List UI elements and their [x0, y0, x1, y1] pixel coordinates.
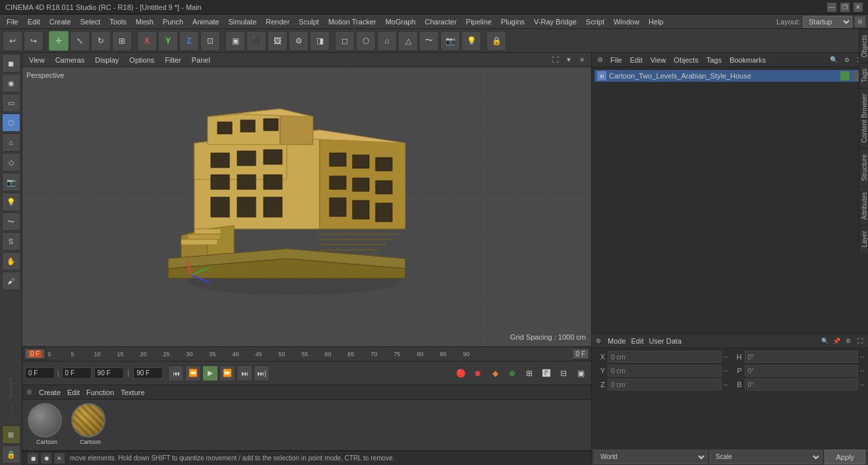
attr-menu-edit[interactable]: Edit [631, 337, 644, 345]
menu-sculpt[interactable]: Sculpt [295, 16, 323, 27]
menu-help[interactable]: Help [645, 16, 668, 27]
objects-settings-icon[interactable]: ⚙ [842, 55, 852, 65]
polygon-button[interactable]: △ [398, 31, 418, 51]
viewport-expand-icon[interactable]: ⛶ [550, 55, 561, 65]
preview-start-input[interactable] [133, 367, 163, 379]
lt-cube-button[interactable]: ◼ [2, 54, 20, 73]
attr-b-rot-input[interactable] [745, 379, 859, 390]
layout-settings-icon[interactable]: ⚙ [855, 16, 865, 27]
menu-mograph[interactable]: MoGraph [382, 16, 420, 27]
vp-menu-options[interactable]: Options [127, 55, 157, 65]
go-to-last-button[interactable]: ⏭| [254, 365, 270, 381]
scale-tool-button[interactable]: ⤡ [70, 31, 90, 51]
minimize-button[interactable]: — [827, 3, 836, 12]
material-item-1[interactable]: Cartoon [71, 403, 109, 448]
lt-lock-button[interactable]: 🔒 [2, 445, 20, 464]
lt-spline-button[interactable]: 〜 [2, 212, 20, 231]
attr-h-rot-input[interactable] [745, 351, 859, 363]
mat-menu-edit[interactable]: Edit [67, 388, 80, 396]
tab-attributes[interactable]: Attributes [859, 186, 868, 225]
menu-script[interactable]: Script [582, 16, 608, 27]
attr-settings-icon[interactable]: ⚙ [843, 336, 854, 346]
material-item-0[interactable]: Cartoon [28, 403, 66, 448]
menu-edit[interactable]: Edit [24, 16, 44, 27]
menu-punch[interactable]: Punch [159, 16, 187, 27]
menu-vray[interactable]: V-Ray Bridge [530, 16, 581, 27]
viewport-canvas[interactable]: Perspective [22, 67, 591, 346]
objects-menu-view[interactable]: View [648, 55, 669, 65]
render-settings-button[interactable]: ⚙ [289, 31, 308, 51]
undo-button[interactable]: ↩ [3, 31, 22, 51]
render-picture-button[interactable]: 🖼 [268, 31, 287, 51]
frame-icon-pb[interactable]: ▣ [573, 365, 589, 381]
attr-menu-mode[interactable]: Mode [608, 337, 626, 345]
menu-animate[interactable]: Animate [188, 16, 223, 27]
attr-p-rot-input[interactable] [745, 365, 859, 377]
auto-keyframe-button[interactable]: ⏺ [470, 365, 486, 381]
render-region-button[interactable]: ▣ [225, 31, 245, 51]
lt-sculpt-button[interactable]: ✋ [2, 252, 20, 270]
go-to-end-button[interactable]: ⏭ [237, 365, 252, 381]
coord-system-dropdown[interactable]: World Local [594, 450, 707, 464]
redo-button[interactable]: ↪ [24, 31, 43, 51]
objects-menu-objects[interactable]: Objects [671, 55, 701, 65]
close-button[interactable]: ✕ [854, 3, 863, 12]
apply-button[interactable]: Apply [825, 450, 865, 464]
attr-menu-userdata[interactable]: User Data [649, 337, 682, 345]
objects-search-icon[interactable]: 🔍 [828, 55, 839, 65]
vp-menu-view[interactable]: View [26, 55, 47, 65]
objects-menu-tags[interactable]: Tags [704, 55, 724, 65]
keyframe-button[interactable]: ◆ [487, 365, 503, 381]
step-back-button[interactable]: ⏪ [185, 365, 201, 381]
vp-menu-display[interactable]: Display [92, 55, 121, 65]
go-to-start-button[interactable]: ⏮ [168, 365, 184, 381]
attr-x-arrow[interactable]: ↔ [723, 354, 729, 360]
status-record-icon[interactable]: ⏺ [41, 453, 51, 464]
snap-enable-button[interactable]: 🔒 [486, 31, 506, 51]
object-mode-button[interactable]: ◻ [335, 31, 355, 51]
grid-icon-pb[interactable]: ⊟ [556, 365, 571, 381]
status-close-icon[interactable]: ✕ [54, 453, 65, 464]
rotate-tool-button[interactable]: ↻ [91, 31, 111, 51]
objects-menu-file[interactable]: File [608, 55, 625, 65]
lt-camera-button[interactable]: 📷 [2, 173, 20, 191]
motion-path-button[interactable]: ⊕ [504, 365, 520, 381]
y-axis-button[interactable]: Y [158, 31, 178, 51]
transform-tool-button[interactable]: ⊞ [112, 31, 132, 51]
record-button[interactable]: 🔴 [453, 365, 469, 381]
attr-search-icon[interactable]: 🔍 [819, 336, 830, 346]
render-view-button[interactable]: ⬛ [246, 31, 266, 51]
attr-z-arrow[interactable]: ↔ [723, 381, 729, 388]
menu-character[interactable]: Character [421, 16, 461, 27]
attr-h-arrow[interactable]: ↔ [859, 354, 865, 360]
attr-x-pos-input[interactable] [608, 351, 722, 363]
objects-menu-bookmarks[interactable]: Bookmarks [727, 55, 768, 65]
lt-mesh-button[interactable]: ⬡ [2, 113, 20, 132]
menu-file[interactable]: File [3, 16, 22, 27]
attr-pin-icon[interactable]: 📌 [831, 336, 842, 346]
transform-mode-dropdown[interactable]: Scale Size [710, 450, 823, 464]
attr-expand-icon[interactable]: ⛶ [855, 336, 865, 346]
interactive-render-button[interactable]: ◨ [310, 31, 330, 51]
menu-simulate[interactable]: Simulate [224, 16, 260, 27]
mat-menu-create[interactable]: Create [39, 388, 61, 396]
viewport-down-icon[interactable]: ▼ [564, 55, 574, 65]
menu-motion-tracker[interactable]: Motion Tracker [324, 16, 380, 27]
vp-menu-cameras[interactable]: Cameras [53, 55, 88, 65]
objects-menu-edit[interactable]: Edit [627, 55, 645, 65]
menu-select[interactable]: Select [76, 16, 105, 27]
tab-objects[interactable]: Objects [859, 29, 868, 63]
param-button[interactable]: ⊞ [521, 365, 537, 381]
vp-menu-panel[interactable]: Panel [189, 55, 213, 65]
x-axis-button[interactable]: X [137, 31, 157, 51]
object-row-house[interactable]: l0 Cartoon_Two_Levels_Arabian_Style_Hous… [594, 70, 865, 82]
attr-y-arrow[interactable]: ↔ [723, 367, 729, 374]
play-button[interactable]: ▶ [202, 365, 218, 381]
light-button-tb[interactable]: 💡 [461, 31, 481, 51]
timeline-ruler[interactable]: 0 5 10 15 20 25 30 35 40 45 50 55 60 65 … [47, 347, 572, 361]
menu-plugins[interactable]: Plugins [497, 16, 529, 27]
lt-floor-button[interactable]: ▭ [2, 94, 20, 112]
menu-mesh[interactable]: Mesh [132, 16, 158, 27]
status-render-icon[interactable]: ◼ [28, 453, 38, 464]
attr-p-arrow[interactable]: ↔ [859, 367, 865, 374]
